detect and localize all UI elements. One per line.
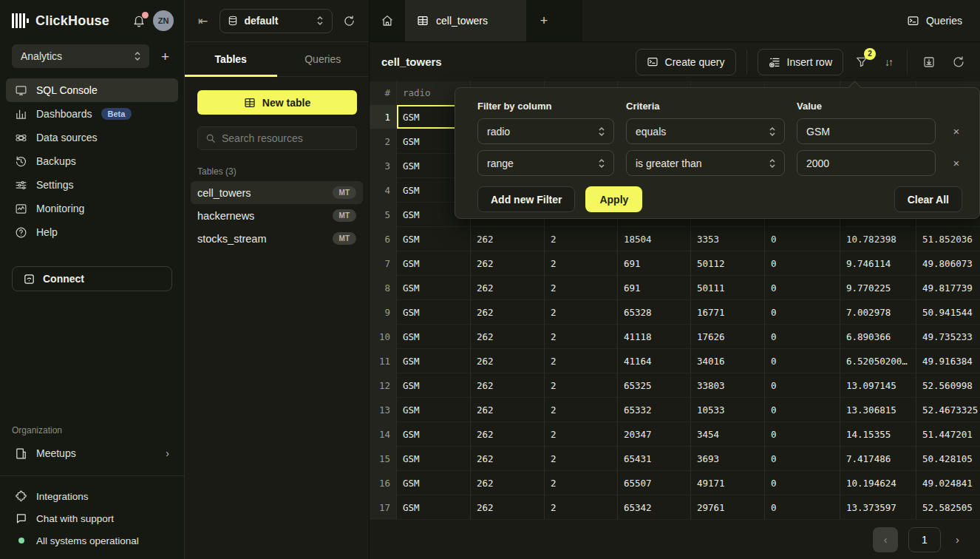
prev-page-button[interactable]: ‹	[873, 527, 898, 552]
filter-criteria-select[interactable]: equals	[626, 118, 785, 144]
database-select[interactable]: default	[220, 9, 333, 33]
grid-cell[interactable]: 13.306815	[840, 398, 916, 422]
column-header[interactable]: #	[370, 81, 397, 105]
clear-all-button[interactable]: Clear All	[894, 186, 962, 212]
grid-cell[interactable]: 6.890366	[840, 325, 916, 349]
grid-cell[interactable]: 52.560998	[916, 373, 980, 398]
open-tab-cell-towers[interactable]: cell_towers	[405, 0, 526, 41]
grid-cell[interactable]: GSM	[397, 300, 471, 325]
notifications-bell-icon[interactable]	[132, 14, 146, 27]
grid-cell[interactable]: 49.735233	[916, 325, 980, 349]
grid-cell[interactable]: GSM	[397, 349, 471, 373]
grid-cell[interactable]: 14.15355	[840, 422, 916, 447]
grid-cell[interactable]: 49171	[691, 471, 765, 495]
create-query-button[interactable]: Create query	[636, 49, 736, 75]
grid-cell[interactable]: 65325	[618, 373, 691, 398]
grid-cell[interactable]: 2	[545, 349, 618, 373]
grid-cell[interactable]: 7.417486	[840, 447, 916, 471]
grid-cell[interactable]: 0	[765, 495, 840, 520]
grid-cell[interactable]: 2	[545, 227, 618, 251]
add-workspace-button[interactable]: +	[157, 48, 174, 65]
grid-cell[interactable]: 0	[765, 251, 840, 276]
grid-cell[interactable]: 65332	[618, 398, 691, 422]
grid-cell[interactable]: 16771	[691, 300, 765, 325]
apply-filter-button[interactable]: Apply	[585, 186, 642, 212]
grid-cell[interactable]: 49.024841	[916, 471, 980, 495]
grid-cell[interactable]: 2	[545, 300, 618, 325]
grid-cell[interactable]: 10533	[691, 398, 765, 422]
system-status[interactable]: All systems operational	[6, 529, 178, 552]
filter-criteria-select[interactable]: is greater than	[626, 150, 785, 176]
grid-cell[interactable]: GSM	[397, 227, 471, 251]
grid-cell[interactable]: 6.52050200…	[840, 349, 916, 373]
tab-queries[interactable]: Queries	[277, 42, 370, 76]
workspace-select[interactable]: Analytics	[12, 44, 149, 68]
grid-cell[interactable]: 2	[545, 325, 618, 349]
grid-cell[interactable]: 50111	[691, 276, 765, 300]
grid-cell[interactable]: 10.194624	[840, 471, 916, 495]
home-button[interactable]	[370, 0, 405, 41]
filter-value-input[interactable]	[797, 118, 936, 144]
grid-cell[interactable]: 262	[471, 300, 545, 325]
grid-cell[interactable]: 0	[765, 325, 840, 349]
sidebar-item-dashboards[interactable]: Dashboards Beta	[6, 102, 178, 126]
sidebar-item-backups[interactable]: Backups	[6, 149, 178, 173]
grid-cell[interactable]: GSM	[397, 471, 471, 495]
grid-cell[interactable]: 34016	[691, 349, 765, 373]
grid-cell[interactable]: GSM	[397, 251, 471, 276]
grid-cell[interactable]: 33803	[691, 373, 765, 398]
sidebar-item-settings[interactable]: Settings	[6, 173, 178, 197]
sidebar-item-monitoring[interactable]: Monitoring	[6, 197, 178, 220]
grid-cell[interactable]: 51.447201	[916, 422, 980, 447]
grid-cell[interactable]: 52.4673325	[916, 398, 980, 422]
grid-cell[interactable]: 0	[765, 422, 840, 447]
grid-cell[interactable]: 29761	[691, 495, 765, 520]
grid-cell[interactable]: 262	[471, 251, 545, 276]
grid-cell[interactable]: GSM	[397, 398, 471, 422]
filter-value-input[interactable]	[797, 150, 936, 176]
table-list-item[interactable]: cell_towersMT	[191, 181, 363, 204]
grid-cell[interactable]: 13.097145	[840, 373, 916, 398]
filter-column-select[interactable]: range	[477, 150, 614, 176]
grid-cell[interactable]: GSM	[397, 495, 471, 520]
grid-cell[interactable]: 0	[765, 276, 840, 300]
remove-filter-button[interactable]: ×	[947, 157, 965, 169]
insert-row-button[interactable]: Insert row	[758, 49, 843, 75]
grid-cell[interactable]: 0	[765, 349, 840, 373]
new-table-button[interactable]: New table	[197, 90, 357, 115]
grid-cell[interactable]: 9.770225	[840, 276, 916, 300]
grid-cell[interactable]: 7.002978	[840, 300, 916, 325]
grid-cell[interactable]: 2	[545, 251, 618, 276]
grid-cell[interactable]: 0	[765, 300, 840, 325]
grid-cell[interactable]: 65507	[618, 471, 691, 495]
search-input[interactable]	[222, 132, 349, 144]
grid-cell[interactable]: 2	[545, 398, 618, 422]
grid-cell[interactable]: 50.428105	[916, 447, 980, 471]
download-button[interactable]	[918, 51, 940, 73]
grid-cell[interactable]: 2	[545, 447, 618, 471]
grid-cell[interactable]: GSM	[397, 373, 471, 398]
grid-cell[interactable]: 262	[471, 447, 545, 471]
filter-column-select[interactable]: radio	[477, 118, 614, 144]
grid-cell[interactable]: 51.852036	[916, 227, 980, 251]
grid-cell[interactable]: 262	[471, 422, 545, 447]
grid-cell[interactable]: 9.746114	[840, 251, 916, 276]
grid-cell[interactable]: 262	[471, 471, 545, 495]
grid-cell[interactable]: 2	[545, 373, 618, 398]
sidebar-item-sql-console[interactable]: SQL Console	[6, 78, 178, 102]
grid-cell[interactable]: 49.817739	[916, 276, 980, 300]
tab-tables[interactable]: Tables	[185, 42, 277, 76]
filter-button[interactable]: 2	[851, 51, 873, 73]
grid-cell[interactable]: GSM	[397, 447, 471, 471]
grid-cell[interactable]: GSM	[397, 325, 471, 349]
grid-cell[interactable]: 41164	[618, 349, 691, 373]
chat-support-link[interactable]: Chat with support	[6, 507, 178, 529]
grid-cell[interactable]: 20347	[618, 422, 691, 447]
grid-cell[interactable]: 262	[471, 398, 545, 422]
grid-cell[interactable]: 0	[765, 227, 840, 251]
table-list-item[interactable]: stocks_streamMT	[191, 227, 363, 250]
grid-cell[interactable]: GSM	[397, 422, 471, 447]
collapse-panel-icon[interactable]: ⇤	[194, 13, 212, 30]
grid-cell[interactable]: 65431	[618, 447, 691, 471]
grid-cell[interactable]: 41118	[618, 325, 691, 349]
